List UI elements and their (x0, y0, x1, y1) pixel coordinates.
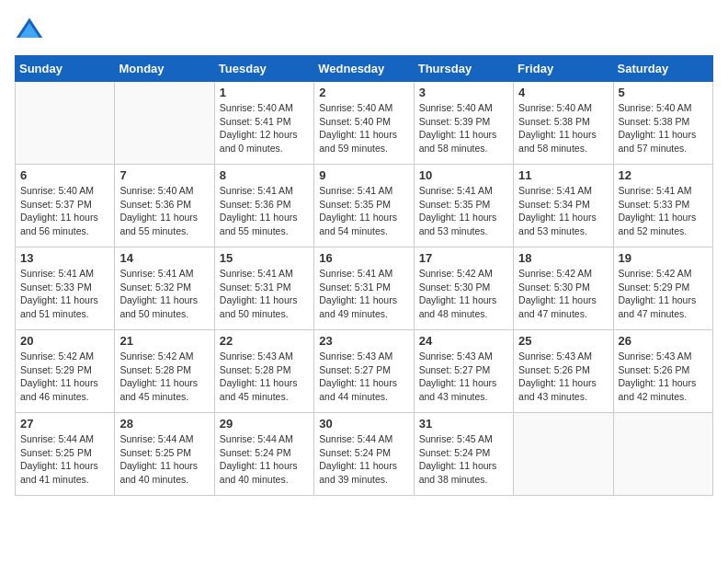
day-number: 10 (419, 168, 508, 182)
sunset-text: Sunset: 5:27 PM (319, 363, 408, 377)
sunrise-text: Sunrise: 5:41 AM (119, 267, 209, 281)
sunrise-text: Sunrise: 5:44 AM (20, 432, 109, 446)
day-number: 26 (619, 334, 708, 348)
sunset-text: Sunset: 5:36 PM (119, 198, 209, 212)
calendar-cell: 27Sunrise: 5:44 AMSunset: 5:25 PMDayligh… (16, 413, 115, 496)
day-number: 25 (518, 334, 608, 348)
sunrise-text: Sunrise: 5:42 AM (20, 350, 109, 363)
calendar-cell: 21Sunrise: 5:42 AMSunset: 5:28 PMDayligh… (115, 330, 214, 413)
sunrise-text: Sunrise: 5:41 AM (220, 184, 309, 198)
sunrise-text: Sunrise: 5:41 AM (220, 267, 309, 281)
weekday-header-row: SundayMondayTuesdayWednesdayThursdayFrid… (16, 56, 713, 82)
weekday-header-monday: Monday (115, 56, 214, 82)
daylight-text: Daylight: 11 hoursand 44 minutes. (319, 376, 408, 403)
calendar-cell: 8Sunrise: 5:41 AMSunset: 5:36 PMDaylight… (214, 165, 313, 247)
sunrise-text: Sunrise: 5:41 AM (619, 184, 708, 198)
week-row-1: 1Sunrise: 5:40 AMSunset: 5:41 PMDaylight… (16, 82, 713, 165)
day-number: 31 (419, 417, 508, 431)
calendar: SundayMondayTuesdayWednesdayThursdayFrid… (15, 55, 713, 496)
daylight-text: Daylight: 11 hoursand 52 minutes. (619, 211, 708, 237)
day-number: 5 (619, 86, 708, 99)
weekday-header-friday: Friday (514, 56, 613, 82)
sunset-text: Sunset: 5:24 PM (319, 446, 408, 460)
daylight-text: Daylight: 11 hoursand 55 minutes. (220, 211, 309, 237)
cell-content: Sunrise: 5:45 AMSunset: 5:24 PMDaylight:… (419, 432, 508, 487)
daylight-text: Daylight: 11 hoursand 49 minutes. (319, 293, 408, 320)
sunset-text: Sunset: 5:24 PM (220, 446, 309, 460)
sunset-text: Sunset: 5:31 PM (319, 281, 408, 294)
daylight-text: Daylight: 11 hoursand 45 minutes. (220, 376, 309, 403)
weekday-header-thursday: Thursday (414, 56, 513, 82)
week-row-3: 13Sunrise: 5:41 AMSunset: 5:33 PMDayligh… (16, 247, 713, 330)
day-number: 1 (220, 86, 309, 99)
week-row-5: 27Sunrise: 5:44 AMSunset: 5:25 PMDayligh… (16, 413, 713, 496)
calendar-cell: 26Sunrise: 5:43 AMSunset: 5:26 PMDayligh… (613, 330, 712, 413)
sunrise-text: Sunrise: 5:41 AM (518, 184, 608, 198)
sunrise-text: Sunrise: 5:40 AM (119, 184, 209, 198)
sunset-text: Sunset: 5:30 PM (419, 281, 508, 294)
calendar-cell: 6Sunrise: 5:40 AMSunset: 5:37 PMDaylight… (16, 165, 115, 247)
day-number: 24 (419, 334, 508, 348)
daylight-text: Daylight: 11 hoursand 40 minutes. (220, 459, 309, 486)
cell-content: Sunrise: 5:44 AMSunset: 5:25 PMDaylight:… (20, 432, 109, 487)
day-number: 21 (119, 334, 209, 348)
daylight-text: Daylight: 11 hoursand 53 minutes. (419, 211, 508, 237)
daylight-text: Daylight: 11 hoursand 56 minutes. (20, 211, 109, 237)
day-number: 12 (619, 168, 708, 182)
week-row-2: 6Sunrise: 5:40 AMSunset: 5:37 PMDaylight… (16, 165, 713, 247)
cell-content: Sunrise: 5:44 AMSunset: 5:24 PMDaylight:… (319, 432, 408, 487)
daylight-text: Daylight: 11 hoursand 53 minutes. (518, 211, 608, 237)
cell-content: Sunrise: 5:41 AMSunset: 5:33 PMDaylight:… (619, 184, 708, 238)
sunset-text: Sunset: 5:41 PM (220, 115, 309, 129)
sunset-text: Sunset: 5:24 PM (419, 446, 508, 460)
day-number: 27 (20, 417, 109, 431)
daylight-text: Daylight: 11 hoursand 59 minutes. (319, 128, 408, 155)
calendar-cell: 4Sunrise: 5:40 AMSunset: 5:38 PMDaylight… (514, 82, 613, 165)
sunrise-text: Sunrise: 5:45 AM (419, 432, 508, 446)
daylight-text: Daylight: 11 hoursand 47 minutes. (518, 293, 608, 320)
sunrise-text: Sunrise: 5:42 AM (419, 267, 508, 281)
sunset-text: Sunset: 5:32 PM (119, 281, 209, 294)
page-header (15, 15, 713, 44)
daylight-text: Daylight: 11 hoursand 55 minutes. (119, 211, 209, 237)
day-number: 20 (20, 334, 109, 348)
sunset-text: Sunset: 5:26 PM (619, 363, 708, 377)
sunset-text: Sunset: 5:33 PM (619, 198, 708, 212)
cell-content: Sunrise: 5:41 AMSunset: 5:31 PMDaylight:… (220, 267, 309, 321)
sunrise-text: Sunrise: 5:42 AM (619, 267, 708, 281)
daylight-text: Daylight: 11 hoursand 43 minutes. (419, 376, 508, 403)
calendar-cell (16, 82, 115, 165)
sunset-text: Sunset: 5:40 PM (319, 115, 408, 129)
calendar-cell (115, 82, 214, 165)
sunset-text: Sunset: 5:25 PM (20, 446, 109, 460)
calendar-cell: 14Sunrise: 5:41 AMSunset: 5:32 PMDayligh… (115, 247, 214, 330)
day-number: 9 (319, 168, 408, 182)
sunrise-text: Sunrise: 5:43 AM (619, 350, 708, 363)
sunrise-text: Sunrise: 5:40 AM (20, 184, 109, 198)
sunrise-text: Sunrise: 5:41 AM (319, 267, 408, 281)
sunrise-text: Sunrise: 5:41 AM (419, 184, 508, 198)
sunrise-text: Sunrise: 5:44 AM (119, 432, 209, 446)
day-number: 16 (319, 251, 408, 265)
calendar-cell (613, 413, 712, 496)
sunset-text: Sunset: 5:35 PM (319, 198, 408, 212)
calendar-cell: 11Sunrise: 5:41 AMSunset: 5:34 PMDayligh… (514, 165, 613, 247)
sunrise-text: Sunrise: 5:40 AM (419, 101, 508, 115)
day-number: 14 (119, 251, 209, 265)
calendar-cell: 13Sunrise: 5:41 AMSunset: 5:33 PMDayligh… (16, 247, 115, 330)
day-number: 7 (119, 168, 209, 182)
sunset-text: Sunset: 5:30 PM (518, 281, 608, 294)
sunset-text: Sunset: 5:37 PM (20, 198, 109, 212)
weekday-header-sunday: Sunday (16, 56, 115, 82)
calendar-cell: 30Sunrise: 5:44 AMSunset: 5:24 PMDayligh… (314, 413, 414, 496)
calendar-cell: 9Sunrise: 5:41 AMSunset: 5:35 PMDaylight… (314, 165, 414, 247)
daylight-text: Daylight: 11 hoursand 45 minutes. (119, 376, 209, 403)
sunrise-text: Sunrise: 5:44 AM (319, 432, 408, 446)
calendar-cell: 31Sunrise: 5:45 AMSunset: 5:24 PMDayligh… (414, 413, 513, 496)
sunrise-text: Sunrise: 5:43 AM (220, 350, 309, 363)
sunset-text: Sunset: 5:28 PM (119, 363, 209, 377)
sunset-text: Sunset: 5:29 PM (20, 363, 109, 377)
day-number: 6 (20, 168, 109, 182)
sunrise-text: Sunrise: 5:43 AM (419, 350, 508, 363)
daylight-text: Daylight: 11 hoursand 58 minutes. (419, 128, 508, 155)
